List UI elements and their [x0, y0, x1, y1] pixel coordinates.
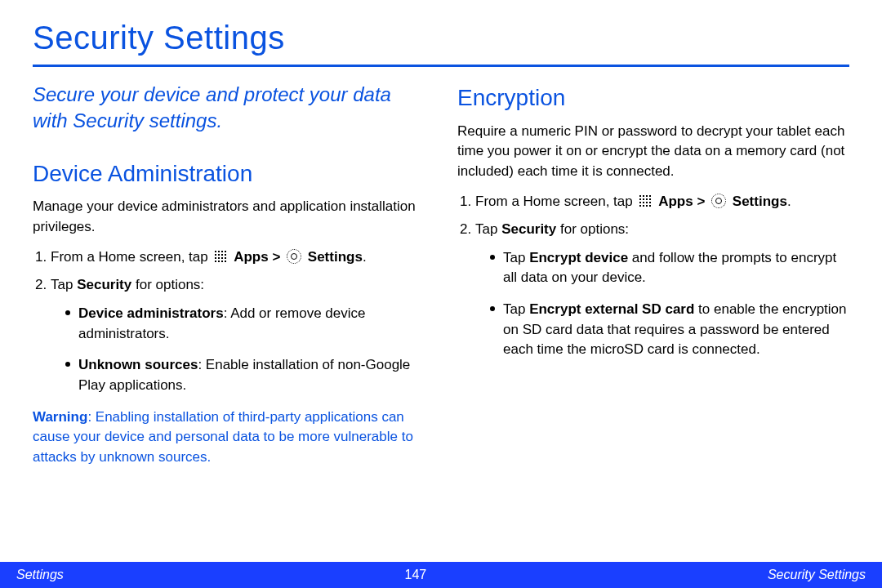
- title-rule: [33, 65, 849, 67]
- footer-page-number: 147: [405, 568, 427, 582]
- step-end: .: [787, 194, 791, 209]
- footer-left: Settings: [16, 568, 64, 582]
- step-end: .: [363, 249, 367, 265]
- apps-label: Apps >: [658, 194, 709, 209]
- device-admin-bullets: Device administrators: Add or remove dev…: [51, 304, 425, 396]
- apps-icon: [639, 194, 652, 207]
- bullet-encrypt-device: Tap Encrypt device and follow the prompt…: [490, 248, 849, 288]
- device-admin-steps: From a Home screen, tap Apps > Settings.…: [33, 247, 425, 396]
- step-text: From a Home screen, tap: [475, 194, 636, 209]
- left-column: Secure your device and protect your data…: [33, 82, 425, 467]
- apps-label: Apps >: [234, 249, 284, 265]
- page-footer: Settings 147 Security Settings: [0, 562, 882, 588]
- bullet-device-administrators: Device administrators: Add or remove dev…: [65, 304, 425, 344]
- bullet-pre: Tap: [503, 250, 529, 265]
- step-text: for options:: [556, 221, 629, 237]
- step-text: Tap: [51, 277, 77, 292]
- bullet-encrypt-sd: Tap Encrypt external SD card to enable t…: [490, 300, 849, 360]
- step-text: for options:: [131, 277, 204, 292]
- bullet-pre: Tap: [503, 301, 529, 317]
- settings-label: Settings: [308, 249, 363, 265]
- device-admin-step-1: From a Home screen, tap Apps > Settings.: [51, 247, 425, 268]
- device-admin-body: Manage your device administrators and ap…: [33, 197, 425, 237]
- encryption-steps: From a Home screen, tap Apps > Settings.…: [457, 192, 849, 360]
- warning-label: Warning: [33, 409, 87, 425]
- settings-label: Settings: [733, 194, 787, 209]
- bullet-label: Unknown sources: [78, 357, 198, 372]
- bullet-label: Encrypt external SD card: [529, 301, 694, 317]
- step-text: From a Home screen, tap: [51, 249, 212, 265]
- intro-text: Secure your device and protect your data…: [33, 82, 425, 135]
- device-admin-heading: Device Administration: [33, 158, 425, 191]
- right-column: Encryption Require a numeric PIN or pass…: [457, 82, 849, 467]
- bullet-unknown-sources: Unknown sources: Enable installation of …: [65, 355, 425, 395]
- apps-icon: [214, 250, 227, 263]
- step-text: Tap: [475, 221, 501, 237]
- security-label: Security: [77, 277, 131, 292]
- encryption-bullets: Tap Encrypt device and follow the prompt…: [475, 248, 849, 360]
- encryption-step-2: Tap Security for options: Tap Encrypt de…: [475, 220, 849, 360]
- bullet-label: Device administrators: [78, 305, 224, 321]
- warning-body: : Enabling installation of third-party a…: [33, 409, 413, 465]
- settings-icon: [287, 249, 301, 264]
- encryption-step-1: From a Home screen, tap Apps > Settings.: [475, 192, 849, 212]
- settings-icon: [711, 194, 726, 208]
- encryption-body: Require a numeric PIN or password to dec…: [457, 122, 849, 182]
- page-title: Security Settings: [33, 20, 849, 56]
- security-label: Security: [501, 221, 556, 237]
- warning-text: Warning: Enabling installation of third-…: [33, 408, 425, 468]
- bullet-label: Encrypt device: [529, 250, 628, 265]
- footer-right: Security Settings: [768, 568, 866, 582]
- encryption-heading: Encryption: [457, 82, 849, 115]
- device-admin-step-2: Tap Security for options: Device adminis…: [51, 275, 425, 395]
